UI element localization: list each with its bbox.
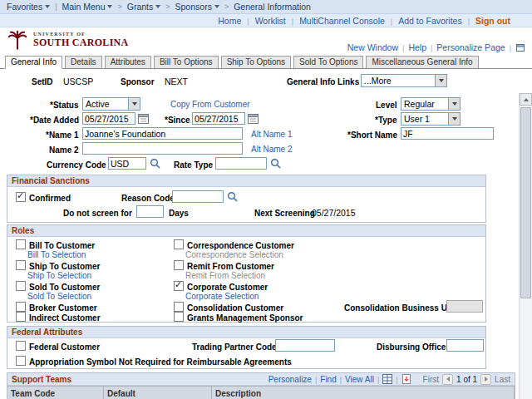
status-label: *Status [50,100,78,111]
dropdown-arrow-icon [448,113,460,125]
financial-sanctions-header: Financial Sanctions [7,175,485,187]
general-info-links-label: General Info Links [287,76,359,87]
view-all-link[interactable]: View All [345,375,374,384]
short-name-label: *Short Name [347,130,397,140]
financial-sanctions-title: Financial Sanctions [12,176,90,185]
calendar-icon[interactable] [138,113,149,124]
zoom-grid-icon[interactable] [382,374,392,384]
find-link[interactable]: Find [320,375,336,384]
rate-type-input[interactable] [215,157,267,170]
indirect-customer-checkbox[interactable] [16,312,26,322]
federal-customer-label: Federal Customer [29,342,100,352]
disbursing-office-input[interactable] [446,339,484,352]
lookup-icon[interactable] [270,158,281,169]
broker-customer-checkbox[interactable] [16,302,26,312]
sponsor-value: NEXT [165,76,188,87]
bill-to-selection-link[interactable]: Bill To Selection [27,250,86,259]
calendar-icon[interactable] [248,113,259,124]
type-select[interactable]: User 1 [401,112,461,126]
corporate-selection-link[interactable]: Corporate Selection [185,292,259,301]
reason-code-input[interactable] [172,190,224,203]
support-teams-header: Support Teams Personalize Find View All [7,373,515,386]
date-added-label: *Date Added [30,115,79,126]
do-not-screen-label: Do not screen for [63,208,132,219]
support-teams-grid: Support Teams Personalize Find View All [7,372,515,399]
column-team-code: Team Code [7,387,104,399]
personalize-link[interactable]: Personalize [268,375,312,384]
lookup-icon[interactable] [227,191,238,202]
currency-code-label: Currency Code [47,160,106,170]
bill-to-customer-checkbox[interactable] [16,239,26,249]
selected-value: User 1 [401,114,448,124]
sold-to-customer-checkbox[interactable] [16,281,26,291]
short-name-input[interactable] [401,127,494,140]
download-icon[interactable] [401,374,411,384]
name2-input[interactable] [82,142,243,155]
support-teams-grid-header: Team Code Default Description [7,386,515,399]
separator [377,375,379,384]
level-select[interactable]: Regular [401,97,461,111]
last-link[interactable]: Last [495,375,510,384]
remit-from-selection-text: Remit From Selection [185,271,265,280]
scroll-up-icon [524,98,529,101]
corporate-customer-checkbox[interactable] [174,281,184,291]
ship-to-selection-link[interactable]: Ship To Selection [27,271,91,280]
next-screening-value: 05/27/2015 [312,208,356,219]
grants-management-sponsor-label: Grants Management Sponsor [187,313,303,323]
confirmed-checkbox[interactable] [16,192,26,202]
days-label: Days [169,208,189,219]
peoplesoft-window: Favorites Main Menu Grants Sponsors Gene… [0,0,532,399]
prev-page-icon[interactable] [442,374,453,385]
rate-type-label: Rate Type [174,160,213,170]
confirmed-label: Confirmed [29,193,71,204]
sold-to-selection-link[interactable]: Sold To Selection [27,292,91,301]
first-link[interactable]: First [423,375,439,384]
ship-to-customer-checkbox[interactable] [16,260,26,270]
currency-code-input[interactable] [108,157,146,170]
consolidation-customer-checkbox[interactable] [174,302,184,312]
general-info-form: SetID USCSP Sponsor NEXT General Info Li… [0,0,519,399]
setid-value: USCSP [63,76,93,87]
federal-attributes-title: Federal Attributes [12,328,82,337]
trading-partner-code-input[interactable] [275,339,335,352]
column-description: Description [212,387,515,399]
copy-from-customer-link[interactable]: Copy From Customer [170,100,250,109]
roles-groupbox: Roles Bill To Customer Bill To Selection… [7,224,486,323]
alt-name1-link[interactable]: Alt Name 1 [251,130,292,139]
setid-label: SetID [32,76,53,87]
date-added-input[interactable] [82,112,135,125]
federal-customer-checkbox[interactable] [16,341,26,351]
next-screening-label: Next Screening [254,208,315,219]
dropdown-arrow-icon [128,98,140,110]
since-input[interactable] [192,112,245,125]
indirect-customer-label: Indirect Customer [29,313,101,323]
separator [340,375,342,384]
consolidation-business-unit-input [446,300,483,313]
type-label: *Type [375,115,397,126]
correspondence-selection-text: Correspondence Selection [185,250,283,259]
appropriation-symbol-checkbox[interactable] [16,356,26,366]
grid-toolbar: Personalize Find View All [268,374,510,385]
do-not-screen-input[interactable] [136,205,164,218]
since-label: *Since [165,115,190,126]
general-info-links-select[interactable]: ...More [361,74,447,87]
scroll-thumb[interactable] [520,107,531,298]
status-select[interactable]: Active [82,97,140,111]
grants-management-sponsor-checkbox[interactable] [174,312,184,322]
correspondence-customer-checkbox[interactable] [174,239,184,249]
vertical-scrollbar[interactable] [519,93,532,399]
next-page-icon[interactable] [480,374,491,385]
reason-code-label: Reason Code [121,193,175,204]
disbursing-office-label: Disbursing Office [377,342,446,352]
sponsor-label: Sponsor [121,76,155,87]
lookup-icon[interactable] [150,158,160,169]
name1-input[interactable] [82,127,243,140]
remit-from-customer-checkbox[interactable] [174,260,184,270]
appropriation-symbol-label: Appropriation Symbol Not Required for Re… [29,357,292,367]
dropdown-arrow-icon [448,98,460,110]
separator [315,375,317,384]
scroll-up-button[interactable] [520,93,532,106]
dropdown-arrow-icon [435,75,446,86]
roles-title: Roles [12,226,34,235]
alt-name2-link[interactable]: Alt Name 2 [251,145,292,154]
